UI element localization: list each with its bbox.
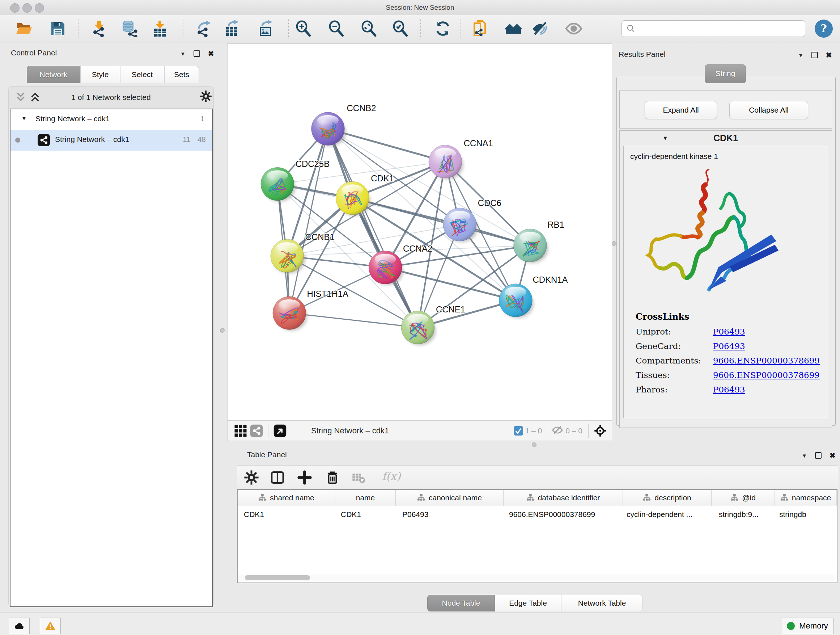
tab-style[interactable]: Style [80, 66, 120, 83]
float-panel-icon[interactable] [812, 52, 818, 58]
close-panel-icon[interactable]: ✖ [826, 51, 832, 59]
hide-selected-icon[interactable] [530, 19, 550, 38]
delete-table-icon[interactable] [350, 469, 369, 486]
selected-checkbox-icon[interactable] [514, 426, 523, 435]
column-header-description[interactable]: description [623, 490, 712, 506]
network-list-options-icon[interactable] [200, 90, 212, 104]
crosslink-link[interactable]: 9606.ENSP00000378699 [713, 371, 820, 380]
horizontal-scrollbar [238, 575, 835, 581]
panel-menu-icon[interactable]: ▼ [802, 453, 807, 458]
tab-select[interactable]: Select [120, 66, 164, 83]
help-icon[interactable]: ? [815, 19, 833, 38]
network-node-CDC25B[interactable] [261, 167, 295, 202]
network-node-CCNA2[interactable] [369, 251, 403, 285]
zoom-fit-icon[interactable] [358, 19, 379, 38]
column-header-canonical-name[interactable]: canonical name [396, 490, 504, 506]
close-panel-icon[interactable]: ✖ [208, 50, 214, 57]
crosslink-row: Pharos:P06493 [636, 385, 828, 394]
network-node-CDC6[interactable] [443, 208, 478, 242]
detach-view-icon[interactable] [272, 423, 288, 439]
column-header-shared-name[interactable]: shared name [238, 490, 335, 506]
network-node-CCNE1[interactable] [401, 311, 436, 345]
table-settings-icon[interactable] [243, 469, 262, 486]
network-row-selected[interactable]: String Network – cdk1 11 48 [11, 130, 212, 150]
birdseye-view-icon[interactable] [592, 423, 608, 439]
import-table-icon[interactable] [150, 19, 170, 38]
function-builder-icon[interactable]: f(x) [382, 470, 401, 483]
table-cell[interactable]: cyclin-dependent ... [623, 506, 712, 523]
collapse-all-button[interactable]: Collapse All [729, 101, 808, 119]
float-panel-icon[interactable] [815, 452, 821, 459]
table-cell[interactable]: stringdb:9... [712, 506, 775, 523]
tab-network-table[interactable]: Network Table [561, 595, 643, 611]
show-all-icon[interactable] [564, 19, 584, 38]
import-network-file-icon[interactable] [89, 19, 109, 38]
export-image-icon[interactable] [256, 19, 276, 38]
zoom-selected-icon[interactable] [390, 19, 410, 38]
crosslink-link[interactable]: 9606.ENSP00000378699 [713, 356, 820, 365]
network-edge[interactable] [289, 313, 418, 328]
open-file-icon[interactable] [14, 19, 34, 38]
crosslink-link[interactable]: P06493 [713, 385, 745, 394]
tab-network[interactable]: Network [27, 66, 80, 83]
table-cell[interactable]: stringdb [775, 506, 837, 523]
tab-edge-table[interactable]: Edge Table [495, 595, 561, 611]
panel-menu-icon[interactable]: ▼ [180, 51, 186, 57]
network-overview-icon[interactable] [248, 423, 264, 439]
left-splitter-grip[interactable] [220, 328, 225, 333]
tab-node-table[interactable]: Node Table [427, 595, 495, 611]
refresh-layout-icon[interactable] [433, 19, 453, 38]
gene-entry-panel: ▼ CDK1 cyclin-dependent kinase 1 [619, 130, 832, 428]
add-column-icon[interactable] [296, 469, 315, 486]
export-network-icon[interactable] [194, 19, 214, 38]
right-splitter-grip[interactable] [612, 241, 616, 246]
network-edge[interactable] [352, 198, 530, 245]
memory-button[interactable]: Memory [781, 618, 834, 634]
network-canvas[interactable]: CCNB2CCNA1CDC25BCDK1CDC6RB1CCNB1CCNA2CDK… [227, 43, 612, 421]
horizontal-splitter-grip[interactable] [532, 442, 537, 447]
float-panel-icon[interactable] [194, 50, 200, 57]
expand-all-button[interactable]: Expand All [645, 101, 717, 119]
close-panel-icon[interactable]: ✖ [829, 452, 836, 459]
delete-column-icon[interactable] [324, 469, 343, 486]
hidden-eye-icon[interactable] [552, 424, 563, 437]
table-cell[interactable]: CDK1 [238, 506, 335, 523]
import-network-database-icon[interactable] [119, 19, 139, 38]
column-header-namespace[interactable]: namespace [775, 490, 837, 506]
network-collection-row[interactable]: ▼ String Network – cdk1 1 [11, 109, 212, 130]
network-node-CDK1[interactable] [336, 181, 370, 216]
table-row[interactable]: CDK1CDK1P064939606.ENSP00000378699cyclin… [238, 506, 837, 523]
column-header-database-identifier[interactable]: database identifier [504, 490, 623, 506]
grid-view-icon[interactable] [233, 423, 248, 439]
cloud-icon[interactable] [9, 618, 30, 634]
network-node-CDKN1A[interactable] [499, 284, 534, 318]
show-columns-icon[interactable] [269, 469, 288, 486]
network-edge[interactable] [289, 129, 328, 313]
network-edge[interactable] [385, 268, 515, 301]
collection-collapse-icon[interactable]: ▼ [21, 115, 27, 121]
export-table-icon[interactable] [222, 19, 242, 38]
new-network-from-selection-icon[interactable] [470, 19, 490, 38]
scrollbar-thumb[interactable] [245, 575, 310, 580]
save-session-icon[interactable] [48, 19, 68, 38]
first-neighbors-icon[interactable] [503, 19, 523, 38]
network-node-HIST1H1A[interactable] [273, 296, 308, 331]
search-input[interactable] [638, 22, 805, 35]
crosslink-link[interactable]: P06493 [713, 327, 745, 336]
table-cell[interactable]: 9606.ENSP00000378699 [504, 506, 623, 523]
column-header--id[interactable]: @id [712, 490, 775, 506]
crosslink-link[interactable]: P06493 [713, 341, 745, 351]
warning-icon[interactable] [40, 618, 61, 634]
column-header-name[interactable]: name [335, 490, 396, 506]
zoom-in-icon[interactable] [293, 19, 313, 38]
table-cell[interactable]: P06493 [396, 506, 504, 523]
panel-menu-icon[interactable]: ▼ [798, 52, 804, 58]
tab-sets[interactable]: Sets [164, 66, 199, 83]
zoom-out-icon[interactable] [326, 19, 346, 38]
table-cell[interactable]: CDK1 [335, 506, 396, 523]
tab-string[interactable]: String [705, 65, 746, 83]
network-node-CCNA1[interactable] [429, 145, 463, 179]
table-panel: Table Panel ▼ ✖ f(x) shared n [227, 448, 840, 613]
gene-entry-header[interactable]: ▼ CDK1 [620, 131, 832, 146]
network-node-RB1[interactable] [514, 229, 548, 263]
